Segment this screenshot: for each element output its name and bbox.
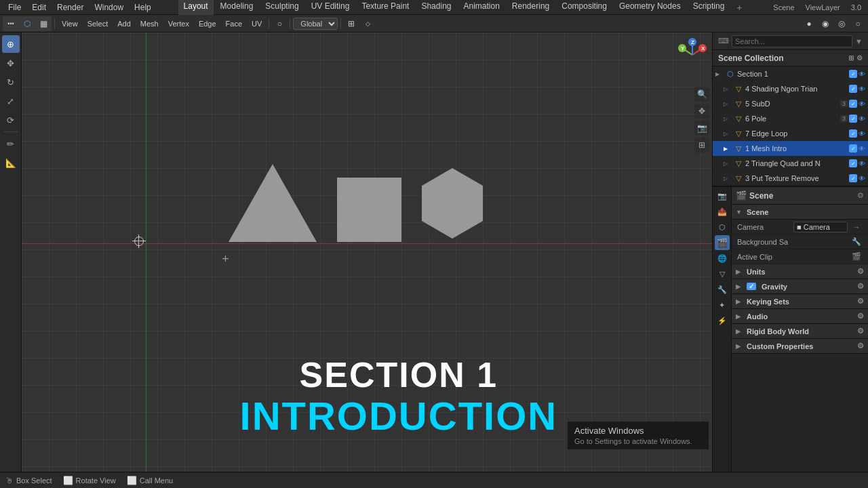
titlebar-tab-layout[interactable]: Layout [178, 0, 214, 15]
tree-eye-meshintro[interactable]: 👁 [859, 145, 865, 152]
vp-zoom-icon[interactable]: 🔍 [694, 87, 709, 102]
tree-check-section1[interactable]: ✓ [849, 70, 857, 78]
transform-tool[interactable]: ⟳ [2, 111, 20, 129]
toolbar-mesh[interactable]: Mesh [136, 18, 163, 29]
collection-filter-icon[interactable]: ⊞ [848, 54, 854, 62]
prop-scene-icon[interactable]: 🎬 [715, 235, 730, 250]
collection-item-edgeloop[interactable]: ▷ ▽ 7 Edge Loop ✓ 👁 [713, 126, 868, 141]
toolbar-view[interactable]: View [58, 18, 82, 29]
props-audio-header[interactable]: ▶ Audio ⚙ [732, 309, 868, 324]
titlebar-tab-animation[interactable]: Animation [458, 0, 505, 15]
titlebar-tab-compositing[interactable]: Compositing [556, 0, 612, 15]
collection-item-pole[interactable]: ▷ ▽ 6 Pole 3 ✓ 👁 [713, 111, 868, 126]
props-gravity-check[interactable]: ✓ [747, 283, 756, 290]
tree-check-meshintro[interactable]: ✓ [849, 144, 857, 152]
measure-tool[interactable]: 📐 [2, 154, 20, 171]
collection-item-subd[interactable]: ▷ ▽ 5 SubD 3 ✓ 👁 [713, 96, 868, 111]
props-camera-link[interactable]: → [850, 221, 863, 233]
mode-vertex-btn[interactable]: ••• [3, 17, 18, 30]
mode-edge-btn[interactable]: ⬡ [20, 17, 35, 30]
prop-object-icon[interactable]: ▽ [715, 266, 730, 281]
viewport-shading-rendered[interactable]: ◎ [834, 17, 849, 30]
collection-section1[interactable]: ▶ ⬡ Section 1 ✓ 👁 [713, 66, 868, 81]
snap-type-btn[interactable]: ◇ [360, 17, 375, 30]
tree-check-trianglequad[interactable]: ✓ [849, 159, 857, 167]
menu-help[interactable]: Help [129, 1, 157, 14]
titlebar-tab-rendering[interactable]: Rendering [507, 0, 555, 15]
vp-camera-icon[interactable]: 📷 [694, 121, 709, 136]
prop-viewlayer-icon[interactable]: ⬡ [715, 220, 730, 235]
tree-check-subd[interactable]: ✓ [849, 100, 857, 108]
props-audio-gear[interactable]: ⚙ [857, 312, 864, 321]
menu-edit[interactable]: Edit [26, 1, 52, 14]
toolbar-face[interactable]: Face [222, 18, 246, 29]
collection-item-texture[interactable]: ▷ ▽ 3 Put Texture Remove ✓ 👁 [713, 171, 868, 186]
props-gravity-header[interactable]: ▶ ✓ Gravity ⚙ [732, 279, 868, 294]
menu-render[interactable]: Render [52, 1, 89, 14]
prop-output-icon[interactable]: 📤 [715, 204, 730, 219]
viewport-shading-wireframe[interactable]: ○ [850, 17, 865, 30]
props-camera-value[interactable]: ■ Camera [793, 222, 848, 232]
menu-window[interactable]: Window [89, 1, 129, 14]
toolbar-uv[interactable]: UV [248, 18, 266, 29]
tree-check-edgeloop[interactable]: ✓ [849, 129, 857, 138]
tree-eye-section1[interactable]: 👁 [859, 70, 865, 78]
collection-item-meshintro[interactable]: ▶ ▽ 1 Mesh Intro ✓ 👁 [713, 141, 868, 156]
prop-physics-icon[interactable]: ⚡ [715, 313, 730, 328]
tree-eye-pole[interactable]: 👁 [859, 115, 865, 123]
props-rigidbody-header[interactable]: ▶ Rigid Body World ⚙ [732, 324, 868, 339]
props-keyingsets-header[interactable]: ▶ Keying Sets ⚙ [732, 294, 868, 309]
3d-viewport[interactable]: + SECTION 1 INTRODUCTION X Y [22, 33, 712, 472]
toolbar-add[interactable]: Add [113, 18, 135, 29]
collection-settings-icon[interactable]: ⚙ [856, 54, 863, 62]
viewport-shading-material[interactable]: ◉ [818, 17, 833, 30]
proportional-edit-btn[interactable]: ○ [272, 17, 287, 30]
props-rigidbody-gear[interactable]: ⚙ [857, 327, 864, 336]
titlebar-tab-sculpting[interactable]: Sculpting [260, 0, 304, 15]
collection-item-shading[interactable]: ▷ ▽ 4 Shading Ngon Trian ✓ 👁 [713, 81, 868, 96]
viewport-shading-solid[interactable]: ● [802, 17, 816, 30]
tree-eye-texture[interactable]: 👁 [859, 175, 865, 182]
props-keyingsets-gear[interactable]: ⚙ [857, 297, 864, 306]
props-units-gear[interactable]: ⚙ [857, 267, 864, 276]
titlebar-tab-geometry[interactable]: Geometry Nodes [614, 0, 686, 15]
vp-move-icon[interactable]: ✥ [694, 104, 709, 119]
toolbar-select[interactable]: Select [83, 18, 113, 29]
props-customprops-header[interactable]: ▶ Custom Properties ⚙ [732, 339, 868, 354]
prop-particles-icon[interactable]: ✦ [715, 298, 730, 312]
add-tab-button[interactable]: + [731, 0, 747, 15]
props-activeclip-icon[interactable]: 🎬 [850, 251, 863, 263]
props-scene-subsection[interactable]: ▼ Scene [732, 205, 868, 220]
scene-search-input[interactable] [732, 35, 852, 47]
snap-btn[interactable]: ⊞ [344, 17, 359, 30]
tree-eye-shading[interactable]: 👁 [859, 85, 865, 93]
tree-check-shading[interactable]: ✓ [849, 85, 857, 93]
props-background-icon[interactable]: 🔧 [850, 236, 863, 248]
props-gravity-gear[interactable]: ⚙ [857, 282, 864, 291]
props-customprops-gear[interactable]: ⚙ [857, 342, 864, 350]
vp-grid-icon[interactable]: ⊞ [694, 138, 709, 152]
collection-item-trianglequad[interactable]: ▷ ▽ 2 Triangle Quad and N ✓ 👁 [713, 156, 868, 171]
menu-file[interactable]: File [3, 1, 26, 14]
move-tool[interactable]: ✥ [2, 54, 20, 72]
props-scene-expand[interactable]: ⚙ [857, 191, 864, 200]
tree-eye-edgeloop[interactable]: 👁 [859, 130, 865, 138]
titlebar-tab-uv-editing[interactable]: UV Editing [306, 0, 355, 15]
transform-orientation-select[interactable]: Global [293, 18, 338, 30]
titlebar-tab-texture-paint[interactable]: Texture Paint [356, 0, 414, 15]
tree-check-texture[interactable]: ✓ [849, 174, 857, 182]
tree-check-pole[interactable]: ✓ [849, 115, 857, 123]
titlebar-tab-scripting[interactable]: Scripting [688, 0, 730, 15]
filter-btn[interactable]: ▼ [855, 37, 863, 45]
rotate-tool[interactable]: ↻ [2, 73, 20, 91]
tree-eye-subd[interactable]: 👁 [859, 100, 865, 108]
titlebar-tab-modeling[interactable]: Modeling [215, 0, 259, 15]
scale-tool[interactable]: ⤢ [2, 92, 20, 110]
orientation-gizmo[interactable]: X Y Z [675, 38, 709, 72]
toolbar-vertex[interactable]: Vertex [164, 18, 193, 29]
mode-face-btn[interactable]: ▦ [36, 17, 51, 30]
tree-eye-trianglequad[interactable]: 👁 [859, 160, 865, 167]
props-units-header[interactable]: ▶ Units ⚙ [732, 264, 868, 279]
prop-world-icon[interactable]: 🌐 [715, 251, 730, 266]
cursor-tool[interactable]: ⊕ [2, 35, 20, 53]
